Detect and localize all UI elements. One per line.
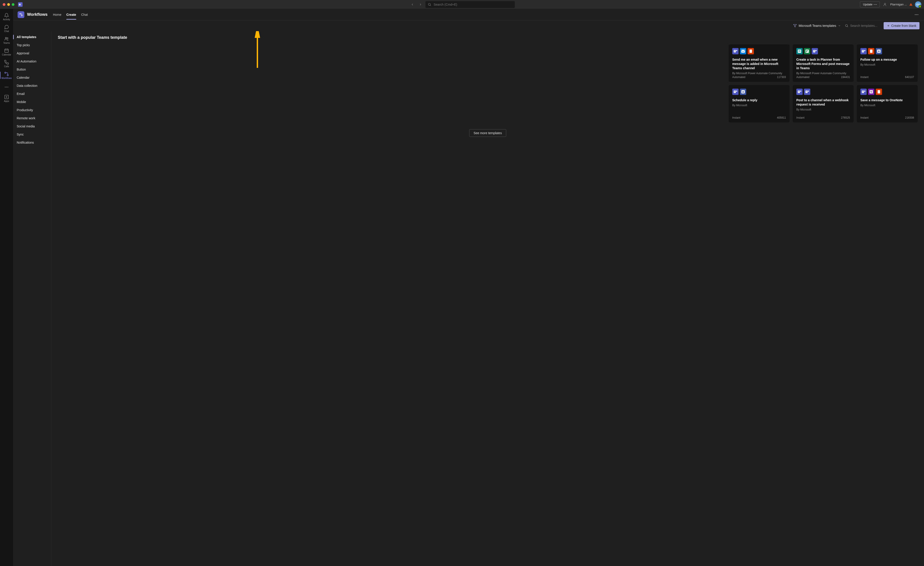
chat-icon	[4, 25, 9, 30]
people-icon[interactable]	[883, 3, 887, 6]
card-count: 117303	[777, 76, 786, 79]
window-controls	[3, 3, 14, 6]
rail-more[interactable]	[0, 82, 13, 91]
teams-icon: T	[796, 88, 802, 95]
sidebar-item[interactable]: Approval	[13, 49, 51, 57]
rail-calendar[interactable]: Calendar	[0, 46, 13, 58]
teams-app-icon: T	[18, 2, 22, 7]
card-icons: T	[860, 48, 914, 54]
svg-rect-39	[798, 51, 800, 52]
card-title: Create a task in Planner from Microsoft …	[796, 57, 850, 70]
sidebar-item[interactable]: AI Automation	[13, 57, 51, 65]
sidebar-item[interactable]: Calendar	[13, 73, 51, 82]
teams-icon: T	[860, 48, 867, 54]
svg-rect-35	[741, 50, 745, 53]
sidebar-item[interactable]: All templates	[13, 33, 51, 41]
rail-chat[interactable]: Chat	[0, 22, 13, 34]
svg-text:T: T	[814, 50, 815, 52]
global-search-input[interactable]	[434, 3, 513, 6]
sidebar-item[interactable]: Remote work	[13, 114, 51, 122]
sidebar-item[interactable]: Data collection	[13, 82, 51, 90]
maximize-window[interactable]	[12, 3, 14, 6]
svg-point-25	[916, 14, 917, 15]
toolbar: Microsoft Teams templates Create from bl…	[13, 20, 924, 31]
card-type: Instant	[860, 116, 868, 119]
teams-icon	[4, 36, 9, 41]
see-more-button[interactable]: See more templates	[469, 129, 506, 137]
sidebar-item[interactable]: Top picks	[13, 41, 51, 49]
sidebar-item[interactable]: Button	[13, 65, 51, 73]
card-icons: T	[732, 88, 786, 95]
sidebar-item[interactable]: Mobile	[13, 98, 51, 106]
svg-point-28	[845, 25, 847, 27]
svg-point-26	[918, 14, 918, 15]
nav-back[interactable]	[409, 1, 416, 7]
svg-text:T: T	[798, 91, 800, 93]
template-card[interactable]: T Send me an email when a new message is…	[729, 45, 789, 82]
sidebar-item[interactable]: Sync	[13, 130, 51, 138]
nav-forward[interactable]	[417, 1, 424, 7]
filter-label: Microsoft Teams templates	[799, 24, 836, 27]
tab-chat[interactable]: Chat	[81, 10, 88, 19]
more-icon	[874, 4, 877, 5]
sidebar-item[interactable]: Social media	[13, 122, 51, 130]
rail-calls[interactable]: Calls	[0, 58, 13, 69]
template-search[interactable]	[845, 24, 879, 27]
apps-icon	[4, 94, 9, 99]
avatar[interactable]: GS	[915, 1, 921, 7]
card-footer: Instant 218308	[860, 116, 914, 119]
card-footer: Automated 117303	[732, 76, 786, 79]
template-card[interactable]: TT Post to a channel when a webhook requ…	[793, 85, 854, 123]
card-count: 276525	[841, 116, 850, 119]
svg-rect-41	[806, 50, 807, 52]
card-count: 218308	[905, 116, 914, 119]
filter-dropdown[interactable]: Microsoft Teams templates	[793, 24, 840, 27]
card-type: Instant	[796, 116, 804, 119]
plus-icon	[887, 24, 890, 27]
tab-home[interactable]: Home	[53, 10, 62, 19]
svg-rect-42	[807, 50, 808, 51]
card-footer: Instant 276525	[796, 116, 850, 119]
template-card[interactable]: T Follow up on a message By Microsoft In…	[857, 45, 918, 82]
template-card[interactable]: T Schedule a reply By Microsoft Instant …	[729, 85, 789, 123]
template-search-input[interactable]	[850, 24, 879, 27]
svg-point-9	[7, 37, 8, 39]
user-section: Ptarmigan ... GS	[890, 1, 921, 7]
svg-point-48	[864, 50, 866, 51]
sidebar-item[interactable]: Email	[13, 90, 51, 98]
page-header: Workflows Home Create Chat	[13, 9, 924, 20]
workflows-icon	[18, 11, 24, 18]
svg-point-45	[816, 50, 817, 51]
onenote-icon: N	[868, 88, 874, 95]
rail-workflows[interactable]: Workflows	[0, 69, 13, 81]
create-from-blank-button[interactable]: Create from blank	[884, 22, 920, 29]
rail-label: Chat	[4, 30, 9, 33]
minimize-window[interactable]	[7, 3, 10, 6]
card-title: Follow up on a message	[860, 57, 914, 62]
card-count: 194431	[841, 76, 850, 79]
sidebar-item[interactable]: Productivity	[13, 106, 51, 114]
sidebar-item[interactable]: Notifications	[13, 138, 51, 147]
card-type: Automated	[732, 76, 746, 79]
card-icons: TT	[796, 88, 850, 95]
rail-label: Workflows	[2, 77, 12, 79]
rail-apps[interactable]: Apps	[0, 93, 13, 104]
workflow-icon	[4, 72, 9, 76]
svg-rect-10	[5, 49, 9, 52]
office-icon	[748, 48, 754, 54]
tab-create[interactable]: Create	[66, 10, 76, 19]
global-search[interactable]	[426, 1, 515, 8]
close-window[interactable]	[3, 3, 5, 6]
update-button[interactable]: Update	[860, 1, 880, 7]
svg-marker-27	[794, 24, 796, 27]
rail-teams[interactable]: Teams	[0, 34, 13, 46]
svg-rect-49	[870, 49, 873, 53]
rail-activity[interactable]: Activity	[0, 11, 13, 22]
category-sidebar: All templatesTop picksApprovalAI Automat…	[13, 31, 51, 566]
template-card[interactable]: T Create a task in Planner from Microsof…	[793, 45, 854, 82]
header-more[interactable]	[914, 13, 920, 16]
office-icon	[876, 88, 882, 95]
template-card[interactable]: TN Save a message to OneNote By Microsof…	[857, 85, 918, 123]
card-title: Post to a channel when a webhook request…	[796, 98, 850, 107]
svg-text:T: T	[862, 50, 864, 52]
